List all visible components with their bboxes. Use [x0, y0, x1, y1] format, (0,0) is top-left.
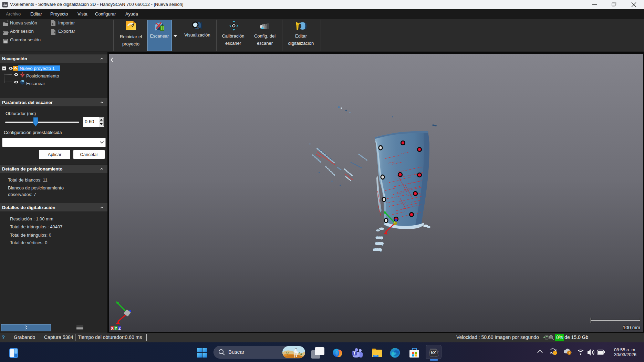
svg-text:!: ! — [569, 351, 570, 355]
svg-text:5: 5 — [437, 350, 438, 353]
svg-text:Escanear: Escanear — [26, 81, 45, 86]
svg-text:X: X — [111, 326, 114, 330]
svg-text:Nuevo proyecto 1: Nuevo proyecto 1 — [20, 66, 55, 71]
svg-text:Y: Y — [115, 326, 117, 330]
svg-text:100 mm: 100 mm — [623, 325, 640, 330]
svg-text:Posicionamiento: Posicionamiento — [26, 73, 59, 79]
svg-text:Z: Z — [118, 326, 121, 330]
svg-text:VX: VX — [431, 351, 436, 355]
